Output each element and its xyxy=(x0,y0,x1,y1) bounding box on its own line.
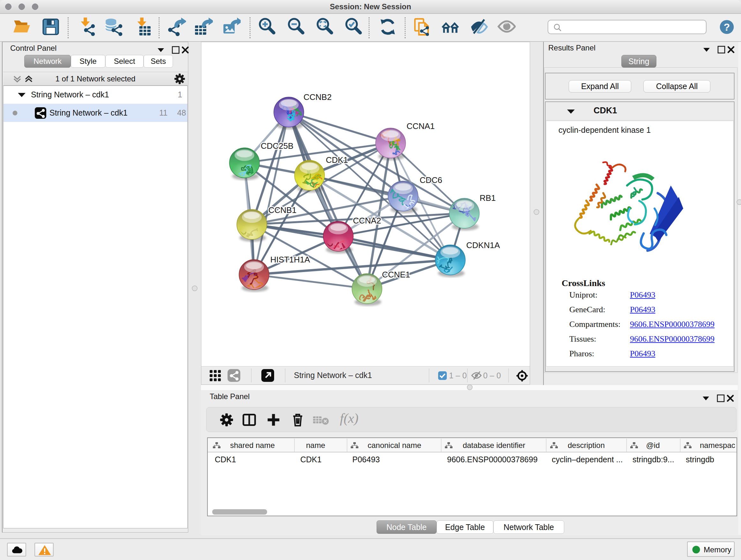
svg-text:CCNE1: CCNE1 xyxy=(382,270,410,279)
svg-text:CDC25B: CDC25B xyxy=(261,141,293,151)
svg-text:CCNB1: CCNB1 xyxy=(268,205,296,215)
svg-text:?: ? xyxy=(724,21,730,33)
svg-text:CDK1: CDK1 xyxy=(326,155,348,165)
svg-text:RB1: RB1 xyxy=(480,193,496,203)
svg-text:CDKN1A: CDKN1A xyxy=(466,240,500,250)
svg-text:HIST1H1A: HIST1H1A xyxy=(270,255,310,264)
svg-text:CCNA2: CCNA2 xyxy=(353,216,381,226)
svg-text:CCNB2: CCNB2 xyxy=(304,92,332,102)
svg-text:CCNA1: CCNA1 xyxy=(407,121,434,131)
svg-text:CDC6: CDC6 xyxy=(420,175,442,185)
